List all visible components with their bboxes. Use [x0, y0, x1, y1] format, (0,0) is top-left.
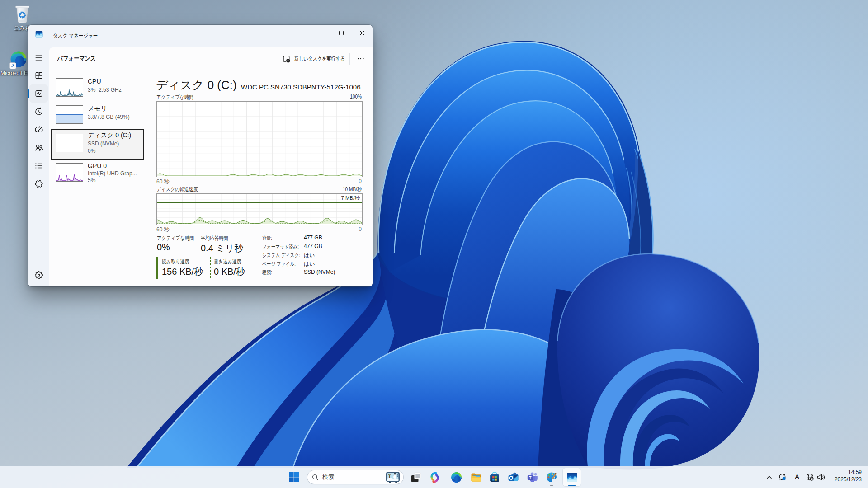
- chart1-x-right: 0: [316, 178, 362, 184]
- close-button[interactable]: [352, 25, 373, 41]
- edge-shortcut-wrap: [10, 51, 27, 69]
- sidebar-item-services[interactable]: [29, 175, 48, 193]
- gpu-mini-graph: [56, 163, 83, 182]
- history-icon: [34, 107, 43, 116]
- detail-row: システム ディスク:はい: [262, 252, 310, 259]
- gpu-sparkline: [56, 164, 83, 181]
- tray-sync-button[interactable]: [778, 473, 787, 483]
- gpu-card-sub: Intel(R) UHD Grap...: [88, 170, 137, 177]
- window-title: タスク マネージャー: [53, 32, 98, 40]
- tray-clock[interactable]: 14:59 2025/12/23: [835, 469, 862, 483]
- maximize-icon: [339, 30, 344, 36]
- close-icon: [359, 30, 365, 36]
- edge-icon: [451, 472, 462, 483]
- perf-card-memory[interactable]: メモリ 3.8/7.8 GB (49%): [51, 102, 143, 130]
- sidebar-nav: [28, 47, 49, 286]
- window-titlebar[interactable]: タスク マネージャー: [28, 25, 373, 47]
- chevron-up-icon: [766, 474, 772, 480]
- sidebar-item-app-history[interactable]: [29, 103, 48, 121]
- ime-letter: A: [795, 473, 799, 480]
- write-speed-block: 書き込み速度 0 KB/秒: [210, 257, 255, 279]
- search-highlight-graphic[interactable]: [385, 471, 401, 483]
- run-new-task-button[interactable]: 新しいタスクを実行する: [278, 51, 349, 67]
- task-manager-app-icon: [35, 30, 43, 38]
- read-speed-block: 読み取り速度 156 KB/秒: [156, 257, 208, 279]
- memory-card-title: メモリ: [88, 104, 107, 113]
- minimize-button[interactable]: [310, 25, 331, 41]
- tray-volume-button[interactable]: [817, 473, 825, 483]
- store-icon: [489, 471, 500, 483]
- paint-button[interactable]: [542, 468, 561, 486]
- speaker-icon: [817, 473, 825, 481]
- windows-start-icon: [288, 472, 299, 483]
- copilot-button[interactable]: [425, 468, 443, 486]
- capacity-label: 容量:: [262, 235, 272, 242]
- outlook-icon: [508, 471, 519, 483]
- chart2-ref-label: 7 MB/秒: [316, 195, 360, 202]
- sidebar-item-processes[interactable]: [29, 66, 48, 84]
- gpu-card-title: GPU 0: [88, 162, 107, 170]
- detail-row: ページ ファイル:はい: [262, 260, 304, 268]
- ellipsis-icon: [357, 55, 364, 62]
- sidebar-item-settings[interactable]: [29, 266, 48, 284]
- search-box[interactable]: 検索: [307, 470, 403, 484]
- task-manager-window: タスク マネージャー: [28, 25, 373, 286]
- tray-chevron-button[interactable]: [766, 474, 772, 482]
- sidebar-item-performance[interactable]: [29, 84, 48, 103]
- start-button[interactable]: [285, 468, 303, 486]
- read-speed-label: 読み取り速度: [162, 258, 189, 266]
- detail-row: 種類:SSD (NVMe): [262, 269, 274, 277]
- performance-icon: [34, 89, 43, 98]
- selected-nav-accent-pill: [28, 89, 29, 98]
- formatted-value: 477 GB: [304, 243, 322, 249]
- tray-date: 2025/12/23: [835, 476, 862, 483]
- edge-taskbar-button[interactable]: [447, 468, 465, 486]
- task-view-button[interactable]: [407, 468, 425, 486]
- more-options-button[interactable]: [353, 52, 368, 65]
- teams-button[interactable]: [524, 468, 542, 486]
- chart1-x-left: 60 秒: [156, 178, 170, 186]
- active-time-chart-canvas: [157, 102, 362, 176]
- tray-ime-indicator[interactable]: A: [795, 473, 799, 480]
- tray-time: 14:59: [835, 469, 862, 476]
- formatted-label: フォーマット済み:: [262, 243, 299, 251]
- sidebar-item-details[interactable]: [29, 157, 48, 175]
- memory-card-value: 3.8/7.8 GB (49%): [88, 114, 130, 121]
- cpu-sparkline: [56, 79, 83, 96]
- teams-icon: [527, 471, 538, 483]
- system-disk-label: システム ディスク:: [262, 252, 300, 259]
- task-manager-taskbar-button[interactable]: [563, 468, 581, 486]
- maximize-button[interactable]: [331, 25, 352, 41]
- chart2-x-left: 60 秒: [156, 226, 170, 234]
- write-speed-dash-bar: [210, 257, 211, 279]
- task-manager-icon: [566, 472, 578, 483]
- minimize-icon: [318, 30, 323, 36]
- outlook-button[interactable]: [505, 468, 523, 486]
- perf-card-cpu[interactable]: CPU 3% 2.53 GHz: [51, 75, 143, 103]
- processes-icon: [34, 71, 43, 80]
- file-explorer-button[interactable]: [467, 468, 485, 486]
- startup-icon: [34, 125, 43, 134]
- tray-network-button[interactable]: [806, 473, 814, 483]
- store-button[interactable]: [486, 468, 504, 486]
- sync-update-icon: [778, 473, 787, 481]
- disk-card-value: 0%: [88, 148, 95, 154]
- capacity-value: 477 GB: [304, 235, 322, 241]
- disk-card-title: ディスク 0 (C:): [88, 131, 131, 140]
- sidebar-item-startup-apps[interactable]: [29, 121, 48, 139]
- details-icon: [34, 161, 43, 170]
- page-title: パフォーマンス: [57, 54, 96, 63]
- paint-icon: [546, 471, 557, 483]
- perf-card-gpu[interactable]: GPU 0 Intel(R) UHD Grap... 5%: [51, 160, 143, 188]
- page-file-value: はい: [304, 260, 315, 268]
- disk-panel-title: ディスク 0 (C:): [156, 77, 237, 93]
- file-explorer-icon: [470, 471, 482, 483]
- chart2-label: ディスクの転送速度: [156, 186, 198, 193]
- users-icon: [34, 143, 43, 152]
- nav-menu-button[interactable]: [29, 50, 48, 66]
- globe-no-network-icon: [806, 473, 814, 481]
- perf-card-disk-selected[interactable]: ディスク 0 (C:) SSD (NVMe) 0%: [51, 129, 144, 160]
- system-disk-value: はい: [304, 252, 315, 259]
- sidebar-item-users[interactable]: [29, 139, 48, 157]
- shortcut-arrow-icon: [9, 62, 16, 69]
